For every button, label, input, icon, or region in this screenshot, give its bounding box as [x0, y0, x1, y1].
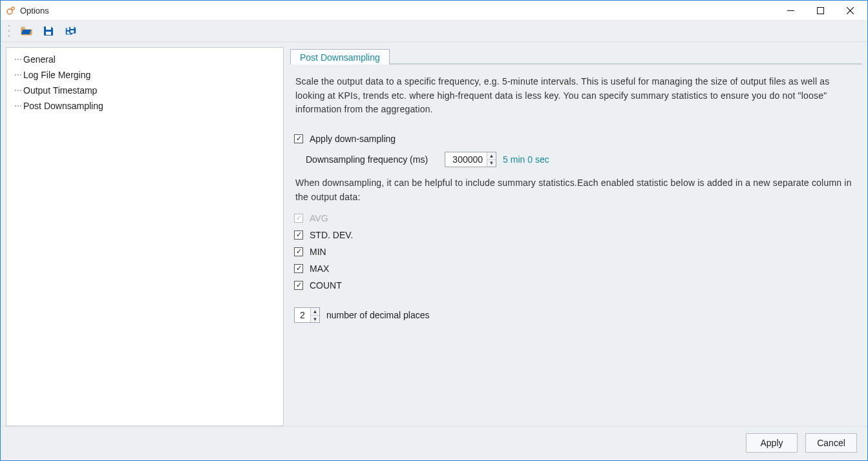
stat-label: MIN: [310, 247, 326, 257]
svg-rect-7: [46, 32, 51, 35]
svg-rect-11: [70, 30, 74, 33]
frequency-label: Downsampling frequency (ms): [306, 154, 428, 165]
maximize-button[interactable]: [805, 1, 835, 20]
titlebar: Options: [1, 1, 867, 20]
sidebar-item-general[interactable]: ⋯ General: [10, 52, 279, 67]
svg-rect-10: [70, 27, 74, 29]
body: ⋯ General ⋯ Log File Merging ⋯ Output Ti…: [1, 42, 867, 426]
panel-description: Scale the output data to a specific freq…: [294, 75, 858, 117]
frequency-spinbox[interactable]: ▲ ▼: [445, 152, 496, 167]
tab-post-downsampling[interactable]: Post Downsampling: [290, 49, 390, 65]
sidebar-item-label: Log File Merging: [23, 70, 90, 80]
stat-label: STD. DEV.: [310, 230, 353, 240]
toolbar-grip-icon: [7, 25, 11, 37]
svg-point-1: [12, 7, 14, 10]
decimals-row: ▲ ▼ number of decimal places: [294, 307, 858, 323]
tree-bullet-icon: ⋯: [14, 86, 21, 95]
stat-row: COUNT: [294, 280, 858, 291]
open-folder-button[interactable]: [20, 25, 33, 37]
apply-downsampling-row: Apply down-sampling: [294, 134, 858, 144]
save-all-button[interactable]: [64, 25, 77, 37]
apply-button[interactable]: Apply: [746, 433, 798, 453]
stat-checkbox[interactable]: [294, 264, 303, 273]
save-button[interactable]: [42, 25, 55, 37]
content: Post Downsampling Scale the output data …: [290, 47, 862, 426]
tree-bullet-icon: ⋯: [14, 101, 21, 110]
stat-checkbox[interactable]: [294, 247, 303, 256]
stat-checkbox[interactable]: [294, 230, 303, 240]
cancel-button[interactable]: Cancel: [805, 433, 857, 453]
toolbar: [1, 20, 867, 42]
sidebar-item-log-file-merging[interactable]: ⋯ Log File Merging: [10, 67, 279, 83]
sidebar-item-post-downsampling[interactable]: ⋯ Post Downsampling: [10, 98, 279, 114]
stat-row: MIN: [294, 247, 858, 257]
decimals-label: number of decimal places: [326, 310, 430, 320]
spin-up-icon[interactable]: ▲: [311, 308, 319, 315]
sidebar: ⋯ General ⋯ Log File Merging ⋯ Output Ti…: [6, 47, 284, 426]
minimize-button[interactable]: [776, 1, 805, 20]
decimals-spinbox[interactable]: ▲ ▼: [294, 307, 320, 323]
spin-down-icon[interactable]: ▼: [487, 159, 496, 167]
decimals-input[interactable]: [295, 308, 310, 322]
tab-row: Post Downsampling: [290, 47, 862, 64]
stat-row: AVG: [294, 213, 858, 223]
options-window: Options ⋯ General: [0, 0, 868, 461]
svg-point-0: [7, 9, 12, 14]
svg-rect-6: [46, 26, 51, 30]
spin-up-icon[interactable]: ▲: [487, 152, 496, 159]
svg-rect-3: [817, 7, 823, 14]
stat-checkbox[interactable]: [294, 281, 303, 290]
stat-row: MAX: [294, 263, 858, 274]
stat-label: AVG: [310, 213, 328, 223]
apply-downsampling-checkbox[interactable]: [294, 134, 303, 143]
stat-checkbox: [294, 214, 303, 223]
sidebar-item-output-timestamp[interactable]: ⋯ Output Timestamp: [10, 83, 279, 98]
frequency-hint: 5 min 0 sec: [503, 154, 549, 165]
panel: Scale the output data to a specific freq…: [290, 64, 862, 426]
stat-label: COUNT: [310, 280, 342, 291]
sidebar-item-label: General: [23, 54, 56, 65]
apply-downsampling-label: Apply down-sampling: [310, 134, 396, 144]
sidebar-item-label: Output Timestamp: [23, 85, 97, 96]
sidebar-item-label: Post Downsampling: [23, 101, 103, 111]
app-icon: [6, 5, 16, 15]
tree-bullet-icon: ⋯: [14, 70, 21, 79]
stat-row: STD. DEV.: [294, 230, 858, 240]
spin-down-icon[interactable]: ▼: [311, 315, 319, 323]
frequency-row: Downsampling frequency (ms) ▲ ▼ 5 min 0 …: [306, 152, 858, 167]
window-title: Options: [20, 6, 49, 15]
tree-bullet-icon: ⋯: [14, 55, 21, 64]
close-button[interactable]: [835, 1, 865, 20]
footer: Apply Cancel: [1, 426, 867, 460]
stats-intro: When downsampling, it can be helpful to …: [294, 176, 858, 204]
frequency-input[interactable]: [445, 152, 487, 167]
stat-label: MAX: [310, 263, 329, 274]
